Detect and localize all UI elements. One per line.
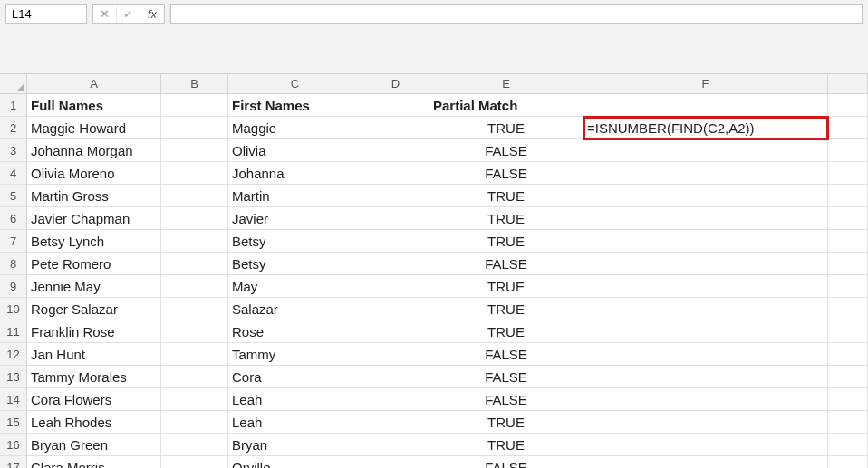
cell-E4[interactable]: FALSE [429,162,583,185]
cell-A1[interactable]: Full Names [27,94,161,117]
cell-B5[interactable] [161,185,228,207]
cell-B6[interactable] [161,207,228,230]
cell-B2[interactable] [161,117,228,139]
cell-D17[interactable] [362,456,429,468]
cell-D16[interactable] [362,434,429,456]
cell-C14[interactable]: Leah [228,388,362,411]
row-header-5[interactable]: 5 [0,185,27,207]
formula-enter-icon[interactable]: ✓ [117,5,140,23]
row-header-6[interactable]: 6 [0,207,27,230]
cell-D12[interactable] [362,343,429,366]
row-header-14[interactable]: 14 [0,388,27,411]
cell-C8[interactable]: Betsy [228,253,362,275]
row-header-7[interactable]: 7 [0,230,27,253]
spreadsheet-grid[interactable]: ABCDEF1Full NamesFirst NamesPartial Matc… [0,74,868,468]
cell-F1[interactable] [583,94,828,117]
cell-A11[interactable]: Franklin Rose [27,320,161,343]
cell-E6[interactable]: TRUE [429,207,583,230]
cell-A2[interactable]: Maggie Howard [27,117,161,139]
cell-A8[interactable]: Pete Romero [27,253,161,275]
cell-A15[interactable]: Leah Rhodes [27,411,161,434]
cell-F4[interactable] [583,162,828,185]
cell-E10[interactable]: TRUE [429,298,583,320]
col-header-extra[interactable] [828,74,868,94]
cell-F15[interactable] [583,411,828,434]
cell-B4[interactable] [161,162,228,185]
cell-G1[interactable] [828,94,868,117]
cell-G11[interactable] [828,320,868,343]
cell-G13[interactable] [828,366,868,388]
cell-E2[interactable]: TRUE [429,117,583,139]
row-header-9[interactable]: 9 [0,275,27,298]
cell-B1[interactable] [161,94,228,117]
row-header-3[interactable]: 3 [0,139,27,162]
cell-E14[interactable]: FALSE [429,388,583,411]
select-all-corner[interactable] [0,74,27,94]
cell-E16[interactable]: TRUE [429,434,583,456]
col-header-D[interactable]: D [362,74,429,94]
row-header-2[interactable]: 2 [0,117,27,139]
cell-D8[interactable] [362,253,429,275]
cell-A5[interactable]: Martin Gross [27,185,161,207]
cell-E13[interactable]: FALSE [429,366,583,388]
cell-E17[interactable]: FALSE [429,456,583,468]
cell-C3[interactable]: Olivia [228,139,362,162]
cell-D1[interactable] [362,94,429,117]
cell-A10[interactable]: Roger Salazar [27,298,161,320]
cell-G2[interactable] [828,117,868,139]
cell-C5[interactable]: Martin [228,185,362,207]
cell-E7[interactable]: TRUE [429,230,583,253]
row-header-4[interactable]: 4 [0,162,27,185]
formula-cancel-icon[interactable]: ✕ [93,5,117,23]
cell-F13[interactable] [583,366,828,388]
cell-F10[interactable] [583,298,828,320]
cell-C12[interactable]: Tammy [228,343,362,366]
cell-A16[interactable]: Bryan Green [27,434,161,456]
cell-D9[interactable] [362,275,429,298]
cell-B7[interactable] [161,230,228,253]
cell-C7[interactable]: Betsy [228,230,362,253]
cell-B17[interactable] [161,456,228,468]
cell-E8[interactable]: FALSE [429,253,583,275]
cell-B3[interactable] [161,139,228,162]
cell-C17[interactable]: Orville [228,456,362,468]
cell-C16[interactable]: Bryan [228,434,362,456]
col-header-C[interactable]: C [228,74,362,94]
col-header-F[interactable]: F [583,74,828,94]
cell-A13[interactable]: Tammy Morales [27,366,161,388]
cell-E9[interactable]: TRUE [429,275,583,298]
row-header-16[interactable]: 16 [0,434,27,456]
col-header-A[interactable]: A [27,74,161,94]
cell-F16[interactable] [583,434,828,456]
cell-F3[interactable] [583,139,828,162]
cell-A14[interactable]: Cora Flowers [27,388,161,411]
cell-C6[interactable]: Javier [228,207,362,230]
cell-G7[interactable] [828,230,868,253]
cell-D10[interactable] [362,298,429,320]
cell-E15[interactable]: TRUE [429,411,583,434]
cell-E5[interactable]: TRUE [429,185,583,207]
cell-F14[interactable] [583,388,828,411]
cell-C13[interactable]: Cora [228,366,362,388]
cell-A3[interactable]: Johanna Morgan [27,139,161,162]
cell-F17[interactable] [583,456,828,468]
cell-F7[interactable] [583,230,828,253]
row-header-13[interactable]: 13 [0,366,27,388]
row-header-1[interactable]: 1 [0,94,27,117]
cell-D6[interactable] [362,207,429,230]
row-header-8[interactable]: 8 [0,253,27,275]
cell-E12[interactable]: FALSE [429,343,583,366]
cell-F12[interactable] [583,343,828,366]
cell-A17[interactable]: Clara Morris [27,456,161,468]
cell-B16[interactable] [161,434,228,456]
cell-D15[interactable] [362,411,429,434]
cell-G12[interactable] [828,343,868,366]
name-box[interactable] [5,4,87,24]
cell-G16[interactable] [828,434,868,456]
cell-A12[interactable]: Jan Hunt [27,343,161,366]
cell-G9[interactable] [828,275,868,298]
cell-F9[interactable] [583,275,828,298]
formula-input[interactable] [170,4,863,24]
cell-B13[interactable] [161,366,228,388]
cell-F11[interactable] [583,320,828,343]
